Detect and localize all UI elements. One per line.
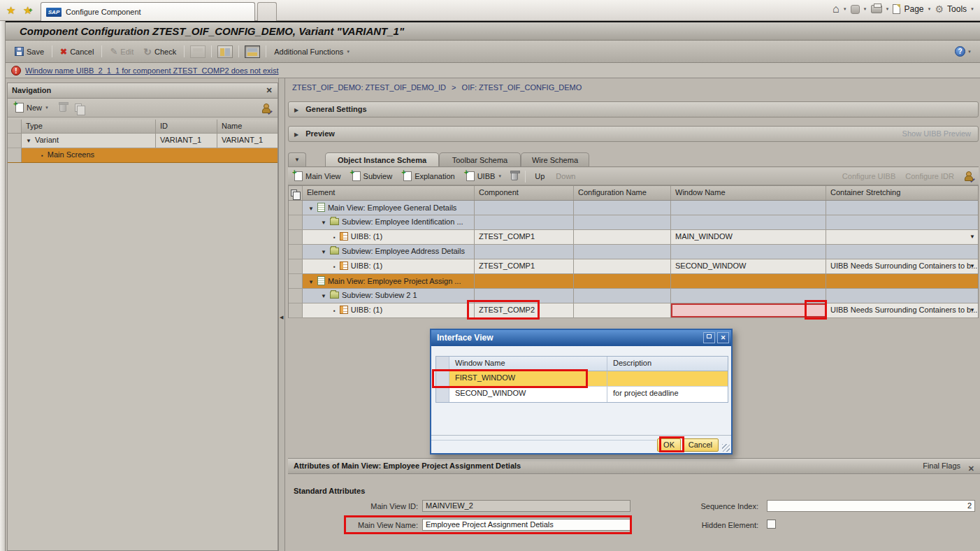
column-name[interactable]: Name bbox=[217, 120, 278, 133]
favorites-star-icon[interactable]: ★ bbox=[6, 4, 15, 17]
gear-icon[interactable]: ⚙ bbox=[935, 4, 944, 14]
rss-feed-icon[interactable] bbox=[851, 5, 860, 14]
save-button[interactable]: Save bbox=[13, 45, 46, 57]
explanation-button[interactable]: Explanation bbox=[401, 170, 457, 183]
chevron-down-icon[interactable]: ▼ bbox=[863, 7, 867, 11]
table-row[interactable]: ▪UIBB: (1) ZTEST_COMP1 SECOND_WINDOW UIB… bbox=[289, 259, 978, 274]
additional-functions-button[interactable]: Additional Functions▼ bbox=[272, 46, 352, 57]
select-all-cell[interactable] bbox=[289, 186, 303, 200]
cancel-button[interactable]: Cancel bbox=[682, 438, 719, 452]
row-selector[interactable] bbox=[289, 259, 303, 273]
table-row[interactable]: ▼Subview: Employee Identification ... bbox=[289, 215, 978, 230]
close-icon[interactable]: ✕ bbox=[968, 461, 974, 476]
sequence-index-field[interactable]: 2 bbox=[767, 500, 975, 512]
table-row[interactable]: ▼Subview: Employee Address Details bbox=[289, 245, 978, 259]
dropdown-arrow-icon[interactable]: ▼ bbox=[970, 234, 975, 240]
resize-grip[interactable] bbox=[722, 444, 730, 452]
down-button[interactable]: Down bbox=[554, 171, 577, 182]
row-selector[interactable] bbox=[8, 134, 22, 148]
chevron-down-icon[interactable]: ▼ bbox=[886, 7, 890, 11]
new-tab-stub[interactable] bbox=[257, 2, 277, 21]
column-window-name[interactable]: Window Name bbox=[671, 186, 826, 200]
tab-object-instance-schema[interactable]: Object Instance Schema bbox=[325, 152, 439, 167]
table-row[interactable]: ▪UIBB: (1) ZTEST_COMP1 MAIN_WINDOW ▼ bbox=[289, 230, 978, 245]
collapse-left-icon[interactable]: ◀ bbox=[280, 315, 283, 320]
row-selector[interactable] bbox=[289, 245, 303, 259]
delete-icon[interactable] bbox=[511, 172, 518, 180]
page-menu[interactable]: Page bbox=[904, 4, 923, 14]
layout-stacked-button[interactable] bbox=[245, 45, 260, 58]
home-icon[interactable]: ⌂ bbox=[833, 3, 840, 15]
table-row-selected[interactable]: ▼Main View: Employee Project Assign ... bbox=[289, 274, 978, 289]
table-row-selected[interactable]: ▪Main Screens bbox=[8, 148, 278, 163]
copy-icon[interactable] bbox=[75, 103, 82, 112]
window-name-error-cell[interactable] bbox=[671, 303, 826, 317]
chevron-down-icon[interactable]: ▼ bbox=[967, 50, 972, 54]
expand-right-icon[interactable]: ▶ bbox=[294, 131, 298, 138]
table-row[interactable]: SECOND_WINDOW for project deadline bbox=[436, 387, 728, 402]
tab-wire-schema[interactable]: Wire Schema bbox=[521, 152, 589, 167]
up-button[interactable]: Up bbox=[533, 171, 547, 182]
breadcrumb-link[interactable]: ZTEST_OIF_DEMO: ZTEST_OIF_DEMO_ID bbox=[292, 83, 446, 92]
show-uibb-preview-link[interactable]: Show UIBB Preview bbox=[902, 127, 971, 141]
column-type[interactable]: Type bbox=[22, 120, 156, 133]
chevron-down-icon[interactable]: ▼ bbox=[843, 7, 847, 11]
browser-tab[interactable]: SAP Configure Component bbox=[41, 2, 255, 21]
configure-idr-link[interactable]: Configure IDR bbox=[905, 172, 954, 180]
maximize-icon[interactable] bbox=[703, 332, 715, 343]
panel-splitter[interactable]: ◀ bbox=[278, 78, 285, 551]
new-button[interactable]: New▼ bbox=[13, 101, 51, 114]
expand-arrow-icon[interactable]: ▼ bbox=[321, 293, 326, 299]
check-button[interactable]: ↻Check bbox=[141, 46, 178, 57]
cancel-button[interactable]: ✖Cancel bbox=[58, 46, 96, 57]
tab-toolbar-schema[interactable]: Toolbar Schema bbox=[439, 152, 521, 167]
dialog-title-bar[interactable]: Interface View ✕ bbox=[431, 330, 731, 346]
row-selector[interactable] bbox=[8, 148, 22, 162]
column-configuration-name[interactable]: Configuration Name bbox=[574, 186, 671, 200]
column-id[interactable]: ID bbox=[156, 120, 217, 133]
dropdown-arrow-icon[interactable]: ▼ bbox=[970, 307, 975, 313]
table-row[interactable]: ▪UIBB: (1) ZTEST_COMP2 UIBB Needs Surrou… bbox=[289, 303, 978, 318]
table-row[interactable]: ▼Subview: Subview 2 1 bbox=[289, 289, 978, 303]
close-icon[interactable]: ✕ bbox=[717, 332, 729, 343]
table-row[interactable]: ▼Variant VARIANT_1 VARIANT_1 bbox=[8, 134, 278, 148]
column-element[interactable]: Element bbox=[303, 186, 475, 200]
hidden-element-checkbox[interactable] bbox=[767, 520, 776, 529]
row-selector[interactable] bbox=[289, 201, 303, 215]
main-view-id-field[interactable]: MAINVIEW_2 bbox=[422, 500, 630, 512]
help-icon[interactable]: ? bbox=[955, 46, 965, 57]
layout-columns-button[interactable] bbox=[217, 45, 233, 58]
column-container-stretching[interactable]: Container Stretching bbox=[826, 186, 978, 200]
expand-arrow-icon[interactable]: ▼ bbox=[308, 206, 314, 212]
row-selector[interactable] bbox=[289, 230, 303, 244]
table-row[interactable]: ▼Main View: Employee General Details bbox=[289, 201, 978, 215]
column-component[interactable]: Component bbox=[475, 186, 574, 200]
final-flags-link[interactable]: Final Flags bbox=[923, 459, 960, 473]
row-selector[interactable] bbox=[289, 303, 303, 317]
uibb-button[interactable]: UIBB▼ bbox=[464, 170, 505, 183]
chevron-down-icon[interactable]: ▼ bbox=[928, 7, 932, 11]
row-selector[interactable] bbox=[289, 289, 303, 303]
preview-section[interactable]: ▶ Preview Show UIBB Preview bbox=[288, 126, 979, 142]
printer-icon[interactable] bbox=[871, 5, 882, 13]
layout-rows-button[interactable] bbox=[190, 45, 206, 58]
column-description[interactable]: Description bbox=[607, 357, 729, 371]
dropdown-arrow-icon[interactable]: ▼ bbox=[970, 263, 975, 269]
tab-overflow-button[interactable]: ▼ bbox=[288, 152, 306, 167]
row-selector[interactable] bbox=[289, 215, 303, 229]
personalize-icon[interactable] bbox=[964, 171, 973, 180]
subview-button[interactable]: Subview bbox=[350, 170, 395, 183]
close-icon[interactable]: ✕ bbox=[264, 85, 274, 95]
page-icon[interactable] bbox=[893, 4, 900, 14]
edit-button[interactable]: ✎Edit bbox=[108, 45, 136, 58]
column-window-name[interactable]: Window Name bbox=[449, 357, 607, 371]
personalize-icon[interactable] bbox=[261, 103, 271, 113]
main-view-button[interactable]: Main View bbox=[292, 170, 343, 183]
add-favorite-icon[interactable]: ★+ bbox=[23, 4, 32, 17]
delete-icon[interactable] bbox=[59, 103, 66, 112]
row-selector[interactable] bbox=[289, 274, 303, 288]
expand-arrow-icon[interactable]: ▼ bbox=[321, 249, 326, 255]
configure-uibb-link[interactable]: Configure UIBB bbox=[842, 172, 895, 180]
expand-arrow-icon[interactable]: ▼ bbox=[321, 220, 326, 226]
expand-right-icon[interactable]: ▶ bbox=[294, 107, 298, 113]
